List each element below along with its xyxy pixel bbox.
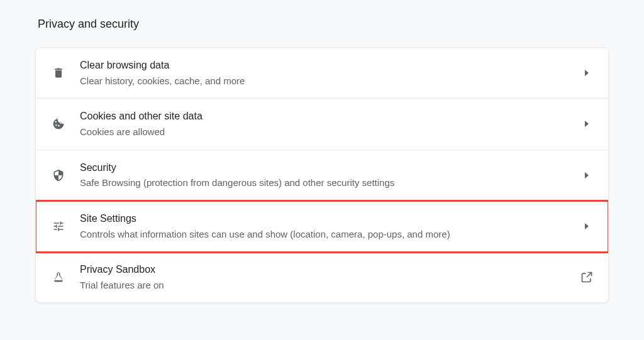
- row-title: Clear browsing data: [80, 59, 580, 72]
- settings-card: Clear browsing data Clear history, cooki…: [35, 47, 609, 303]
- row-text: Security Safe Browsing (protection from …: [67, 162, 580, 189]
- external-link-icon: [580, 271, 593, 283]
- chevron-right-icon: [580, 169, 593, 182]
- privacy-sandbox-row[interactable]: Privacy Sandbox Trial features are on: [36, 252, 608, 302]
- chevron-right-icon: [580, 220, 593, 233]
- site-settings-row[interactable]: Site Settings Controls what information …: [36, 201, 608, 252]
- row-title: Cookies and other site data: [80, 110, 580, 123]
- section-title: Privacy and security: [35, 18, 609, 31]
- chevron-right-icon: [580, 67, 593, 79]
- row-text: Clear browsing data Clear history, cooki…: [67, 59, 580, 87]
- trash-icon: [50, 64, 67, 82]
- row-subtitle: Cookies are allowed: [80, 126, 580, 138]
- row-subtitle: Trial features are on: [80, 279, 580, 292]
- shield-icon: [50, 167, 67, 184]
- tune-icon: [50, 217, 67, 235]
- row-title: Site Settings: [80, 212, 580, 226]
- privacy-security-section: Privacy and security Clear browsing data…: [0, 0, 644, 321]
- cookies-row[interactable]: Cookies and other site data Cookies are …: [36, 99, 608, 150]
- row-text: Cookies and other site data Cookies are …: [67, 110, 580, 138]
- security-row[interactable]: Security Safe Browsing (protection from …: [36, 150, 608, 201]
- row-text: Site Settings Controls what information …: [67, 212, 580, 240]
- row-subtitle: Safe Browsing (protection from dangerous…: [80, 177, 580, 189]
- chevron-right-icon: [580, 118, 593, 130]
- row-title: Privacy Sandbox: [80, 263, 580, 277]
- flask-icon: [50, 268, 67, 286]
- cookie-icon: [50, 115, 67, 133]
- row-subtitle: Controls what information sites can use …: [80, 228, 580, 241]
- row-subtitle: Clear history, cookies, cache, and more: [80, 75, 580, 87]
- row-text: Privacy Sandbox Trial features are on: [67, 263, 580, 291]
- row-title: Security: [80, 162, 580, 175]
- clear-browsing-data-row[interactable]: Clear browsing data Clear history, cooki…: [36, 48, 608, 99]
